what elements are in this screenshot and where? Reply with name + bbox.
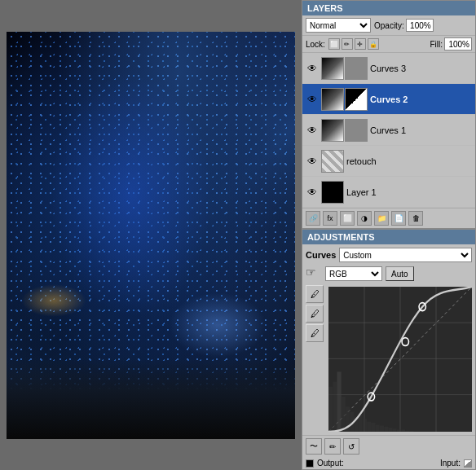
group-icon[interactable]: 📁: [374, 211, 389, 226]
layer-row[interactable]: 👁 Curves 3: [302, 53, 475, 84]
adjustments-title: ADJUSTMENTS: [307, 232, 375, 242]
fill-input[interactable]: [444, 37, 472, 51]
layers-panel: LAYERS Normal Opacity: Lock: ⬜ ✏ ✛ 🔒 Fil…: [302, 0, 476, 229]
adjustment-icon[interactable]: ◑: [357, 211, 372, 226]
opacity-row: Opacity:: [374, 19, 434, 32]
layer-thumb-curves1-mask: [345, 119, 368, 142]
layer-thumb-curves1-main: [321, 119, 344, 142]
svg-rect-19: [380, 426, 384, 432]
hand-tool-icon[interactable]: ☞: [306, 266, 322, 282]
channel-select[interactable]: RGB: [325, 266, 382, 281]
curve-graph[interactable]: [328, 287, 472, 432]
layer-thumb-curves3-mask: [345, 57, 368, 80]
lock-fill-row: Lock: ⬜ ✏ ✛ 🔒 Fill:: [302, 36, 475, 53]
svg-rect-25: [405, 431, 409, 432]
svg-rect-20: [384, 427, 388, 432]
output-input-row: Output: Input:: [302, 457, 475, 469]
opacity-label: Opacity:: [374, 21, 404, 30]
layer-thumbs-curves1: [321, 119, 368, 142]
lock-all-btn[interactable]: 🔒: [368, 38, 379, 50]
svg-rect-10: [342, 397, 346, 432]
output-label: Output:: [317, 459, 344, 468]
layer-row[interactable]: 👁 Curves 2: [302, 84, 475, 115]
fx-icon[interactable]: fx: [323, 211, 337, 226]
lock-label: Lock:: [306, 40, 325, 49]
eyedropper-white-icon[interactable]: 🖊: [306, 324, 324, 342]
layer-thumbs-curves2: [321, 88, 368, 111]
layer-eye-curves3[interactable]: 👁: [306, 62, 319, 75]
layers-bottom: 🔗 fx ⬜ ◑ 📁 📄 🗑: [302, 208, 475, 228]
layer-name-retouch: retouch: [346, 156, 472, 166]
canvas-image: [7, 32, 295, 439]
adj-preset-select[interactable]: Custom: [339, 248, 472, 262]
adj-row2: ☞ RGB Auto: [302, 264, 475, 283]
svg-rect-24: [401, 430, 405, 432]
link-icon[interactable]: 🔗: [306, 211, 320, 226]
svg-rect-21: [388, 428, 392, 432]
layer-name-curves2: Curves 2: [370, 94, 472, 104]
svg-rect-14: [359, 415, 363, 432]
left-adj-tools: 🖊 🖊 🖊: [302, 283, 325, 435]
svg-rect-9: [337, 371, 341, 432]
layers-title: LAYERS: [307, 3, 343, 13]
curve-svg: [328, 287, 472, 432]
canvas-area: [0, 0, 302, 470]
eyedropper-black-icon[interactable]: 🖊: [306, 285, 324, 303]
reset-btn[interactable]: ↺: [343, 438, 359, 455]
layer-thumbs-layer1: [321, 181, 344, 204]
lock-move-btn[interactable]: ✛: [355, 38, 366, 50]
adj-type-label: Curves: [306, 250, 336, 260]
adjustments-panel: ADJUSTMENTS Curves Custom ☞ RGB Auto 🖊 🖊…: [302, 229, 476, 470]
fill-label: Fill:: [430, 40, 443, 49]
layer-thumb-curves2-main: [321, 88, 344, 111]
layer-name-layer1: Layer 1: [346, 187, 472, 197]
opacity-input[interactable]: [406, 19, 434, 32]
layer-row[interactable]: 👁 retouch: [302, 146, 475, 177]
svg-rect-18: [376, 424, 380, 432]
layer-name-curves3: Curves 3: [370, 64, 472, 73]
svg-rect-15: [363, 419, 367, 432]
svg-point-28: [402, 338, 408, 346]
adj-bottom-tools: 〜 ✏ ↺: [302, 435, 475, 457]
layer-thumb-layer1: [321, 181, 344, 204]
layer-thumb-curves2-mask: [345, 88, 368, 111]
layer-eye-curves1[interactable]: 👁: [306, 124, 319, 137]
layer-eye-retouch[interactable]: 👁: [306, 155, 319, 168]
right-panel: LAYERS Normal Opacity: Lock: ⬜ ✏ ✛ 🔒 Fil…: [302, 0, 476, 470]
lock-icons: ⬜ ✏ ✛ 🔒: [328, 38, 379, 50]
layer-thumb-retouch: [321, 150, 344, 173]
adjustments-header: ADJUSTMENTS: [302, 230, 475, 244]
auto-button[interactable]: Auto: [386, 266, 414, 281]
fill-row: Fill:: [430, 37, 472, 51]
svg-rect-22: [393, 428, 397, 432]
delete-layer-icon[interactable]: 🗑: [408, 211, 423, 226]
layer-thumb-curves3-main: [321, 57, 344, 80]
svg-rect-17: [371, 423, 375, 432]
svg-rect-26: [410, 431, 414, 432]
eyedropper-gray-icon[interactable]: 🖊: [306, 305, 324, 323]
output-black-point[interactable]: [306, 459, 314, 468]
layer-eye-layer1[interactable]: 👁: [306, 186, 319, 199]
input-label: Input:: [440, 459, 461, 468]
input-white-point[interactable]: [464, 459, 472, 468]
layer-name-curves1: Curves 1: [370, 125, 472, 135]
lock-paint-btn[interactable]: ✏: [342, 38, 353, 50]
curve-mode-btn[interactable]: 〜: [306, 438, 322, 455]
new-layer-icon[interactable]: 📄: [391, 211, 406, 226]
layer-row[interactable]: 👁 Layer 1: [302, 177, 475, 208]
pencil-mode-btn[interactable]: ✏: [324, 438, 341, 455]
lock-transparency-btn[interactable]: ⬜: [328, 38, 340, 50]
layer-thumbs-retouch: [321, 150, 344, 173]
layers-toolbar: Normal Opacity:: [302, 15, 475, 36]
layer-row[interactable]: 👁 Curves 1: [302, 115, 475, 146]
blend-mode-select[interactable]: Normal: [306, 18, 371, 33]
layers-header: LAYERS: [302, 1, 475, 15]
adj-row1: Curves Custom: [302, 244, 475, 264]
svg-rect-23: [397, 430, 401, 432]
layer-eye-curves2[interactable]: 👁: [306, 93, 319, 106]
svg-rect-16: [367, 422, 371, 432]
mask-icon[interactable]: ⬜: [340, 211, 355, 226]
svg-rect-8: [333, 382, 337, 432]
layer-thumbs-curves3: [321, 57, 368, 80]
svg-rect-7: [328, 387, 333, 432]
